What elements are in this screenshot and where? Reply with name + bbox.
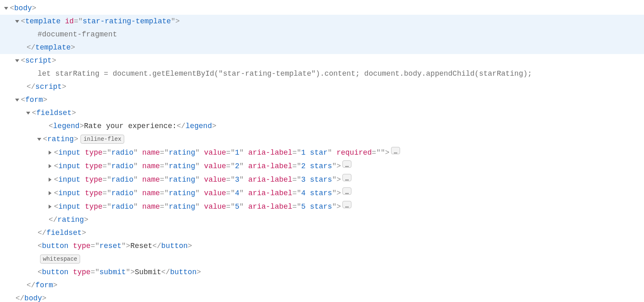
ellipsis-icon[interactable] <box>342 160 351 168</box>
node-content[interactable]: <input type="radio" name="rating" value=… <box>54 173 351 186</box>
node-content[interactable]: </rating> <box>49 213 88 226</box>
token-punct: > <box>62 83 66 91</box>
tree-row[interactable]: </form> <box>0 279 644 292</box>
collapse-arrow-icon[interactable] <box>4 7 8 10</box>
token-punct: =" <box>103 203 112 211</box>
node-content[interactable]: <input type="radio" name="rating" value=… <box>54 146 400 159</box>
token-tag: button <box>161 242 188 250</box>
indent-gutter <box>0 138 43 141</box>
token-tag: body <box>25 294 42 302</box>
node-content[interactable]: </script> <box>27 80 66 93</box>
expand-arrow-icon[interactable] <box>49 151 51 155</box>
token-punct: > <box>82 229 86 237</box>
tree-row[interactable]: <button type="submit">Submit</button> <box>0 266 644 279</box>
tree-row[interactable]: #document-fragment <box>0 28 644 41</box>
ellipsis-icon[interactable] <box>391 147 400 154</box>
token-punct: =" <box>103 189 112 197</box>
token-attr-name: type <box>73 242 90 250</box>
node-content[interactable]: <template id="star-rating-template"> <box>21 15 180 28</box>
collapse-arrow-icon[interactable] <box>15 59 19 62</box>
annotation-badge[interactable]: inline-flex <box>80 135 124 144</box>
token-attr-name: aria-label <box>248 189 292 197</box>
node-content[interactable]: <input type="radio" name="rating" value=… <box>54 186 351 200</box>
token-punct: < <box>54 189 58 197</box>
node-content[interactable]: whitespace <box>38 252 80 266</box>
expand-arrow-icon[interactable] <box>49 205 51 209</box>
collapse-arrow-icon[interactable] <box>26 112 30 115</box>
token-attr-val: 5 <box>235 203 239 211</box>
collapse-arrow-icon[interactable] <box>15 99 19 101</box>
token-punct: </ <box>49 216 58 224</box>
tree-row[interactable]: <form> <box>0 93 644 106</box>
node-content[interactable]: <body> <box>10 2 36 15</box>
token-attr-val: 3 <box>235 176 239 184</box>
node-content[interactable]: <form> <box>21 93 47 106</box>
token-attr-name: type <box>85 189 103 197</box>
token-punct: " <box>239 162 248 170</box>
token-attr-name: aria-label <box>248 203 292 211</box>
token-punct: > <box>84 216 88 224</box>
tree-row[interactable]: <body> <box>0 2 644 15</box>
annotation-badge[interactable]: whitespace <box>40 255 80 264</box>
ellipsis-icon[interactable] <box>342 201 351 208</box>
node-content[interactable]: </body> <box>16 292 47 302</box>
token-tag: form <box>36 281 53 289</box>
tree-row[interactable]: let starRating = document.getElementById… <box>0 67 644 80</box>
tree-row[interactable]: </script> <box>0 80 644 93</box>
token-punct: > <box>53 281 58 289</box>
token-punct: " <box>239 203 248 211</box>
tree-row[interactable]: <input type="radio" name="rating" value=… <box>0 159 644 173</box>
node-content[interactable]: <legend>Rate your experience:</legend> <box>49 119 217 133</box>
token-punct: > <box>80 122 84 130</box>
tree-row[interactable]: </rating> <box>0 213 644 226</box>
token-punct: </ <box>38 229 47 237</box>
node-content[interactable]: </fieldset> <box>38 226 86 239</box>
collapse-arrow-icon[interactable] <box>37 138 41 141</box>
tree-row[interactable]: </template> <box>0 41 644 54</box>
token-punct: < <box>54 149 58 157</box>
ellipsis-icon[interactable] <box>342 174 351 181</box>
node-content[interactable]: <button type="submit">Submit</button> <box>38 266 201 279</box>
node-content[interactable]: <button type="reset">Reset</button> <box>38 239 192 252</box>
tree-row[interactable]: <input type="radio" name="rating" value=… <box>0 186 644 200</box>
node-content[interactable]: </form> <box>27 279 58 292</box>
tree-row[interactable]: <template id="star-rating-template"> <box>0 15 644 28</box>
tree-row[interactable]: <rating>inline-flex <box>0 133 644 146</box>
node-content[interactable]: #document-fragment <box>38 28 117 41</box>
indent-gutter <box>0 205 54 209</box>
expand-arrow-icon[interactable] <box>49 191 51 195</box>
node-content[interactable]: </template> <box>27 41 75 54</box>
tree-row[interactable]: <input type="radio" name="rating" value=… <box>0 200 644 213</box>
node-content[interactable]: <input type="radio" name="rating" value=… <box>54 159 351 173</box>
token-punct: > <box>336 162 341 170</box>
tree-row[interactable]: whitespace <box>0 252 644 266</box>
token-punct: =" <box>160 203 169 211</box>
token-attr-name: name <box>142 162 160 170</box>
tree-row[interactable]: <input type="radio" name="rating" value=… <box>0 146 644 159</box>
node-content[interactable]: <rating>inline-flex <box>43 133 124 146</box>
token-attr-val: 1 <box>235 149 239 157</box>
tree-row[interactable]: <legend>Rate your experience:</legend> <box>0 119 644 133</box>
tree-row[interactable]: <button type="reset">Reset</button> <box>0 239 644 252</box>
token-punct: " <box>133 189 142 197</box>
node-content[interactable]: <script> <box>21 54 56 67</box>
expand-arrow-icon[interactable] <box>49 178 51 182</box>
node-content[interactable]: <fieldset> <box>32 106 76 119</box>
token-attr-val: rating <box>169 176 195 184</box>
tree-row[interactable]: </body> <box>0 292 644 302</box>
token-attr-name: name <box>142 176 160 184</box>
tree-row[interactable]: <input type="radio" name="rating" value=… <box>0 173 644 186</box>
tree-row[interactable]: <fieldset> <box>0 106 644 119</box>
collapse-arrow-icon[interactable] <box>15 20 19 23</box>
token-tag: legend <box>186 122 212 130</box>
node-content[interactable]: let starRating = document.getElementById… <box>38 67 532 80</box>
token-punct: < <box>10 4 14 12</box>
ellipsis-icon[interactable] <box>342 187 351 195</box>
tree-row[interactable]: <script> <box>0 54 644 67</box>
tree-row[interactable]: </fieldset> <box>0 226 644 239</box>
token-punct: < <box>21 96 25 104</box>
token-attr-val: star-rating-template <box>83 17 171 25</box>
node-content[interactable]: <input type="radio" name="rating" value=… <box>54 200 351 213</box>
expand-arrow-icon[interactable] <box>49 164 51 168</box>
token-punct: < <box>32 109 36 117</box>
